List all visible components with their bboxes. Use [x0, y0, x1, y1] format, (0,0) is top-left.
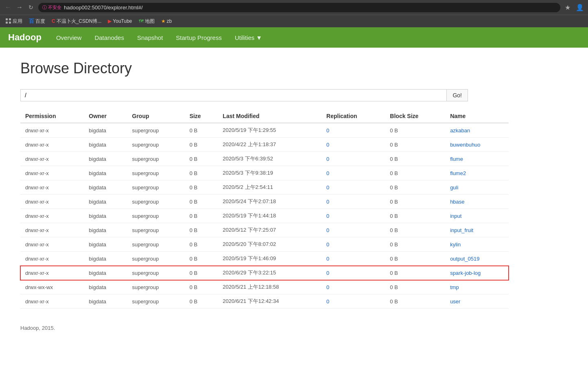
- footer: Hadoop, 2015.: [20, 325, 549, 339]
- bookmark-baidu-label: 百度: [35, 18, 45, 25]
- nav-utilities[interactable]: Utilities ▼: [228, 27, 269, 48]
- bookmark-apps-label: 应用: [13, 18, 22, 25]
- table-row[interactable]: drwxr-xr-xbigdatasupergroup0 B2020/6/29 …: [20, 266, 509, 280]
- table-row[interactable]: drwxr-xr-xbigdatasupergroup0 B2020/5/19 …: [20, 123, 509, 138]
- table-row[interactable]: drwxr-xr-xbigdatasupergroup0 B2020/6/21 …: [20, 294, 509, 309]
- nav-startup-progress[interactable]: Startup Progress: [169, 27, 228, 48]
- col-permission: Permission: [20, 110, 84, 123]
- table-row[interactable]: drwxr-xr-xbigdatasupergroup0 B2020/5/24 …: [20, 195, 509, 209]
- path-input-container: Go!: [20, 89, 468, 101]
- directory-link[interactable]: input_fruit: [450, 227, 473, 233]
- bookmark-zb[interactable]: ★ zb: [159, 18, 175, 25]
- browser-toolbar: ← → ↻ ⓘ 不安全 ★ 👤: [0, 0, 588, 15]
- directory-table: Permission Owner Group Size Last Modifie…: [20, 110, 509, 309]
- go-button[interactable]: Go!: [446, 89, 468, 101]
- address-bar-container: ⓘ 不安全: [38, 3, 560, 12]
- directory-link[interactable]: tmp: [450, 284, 459, 290]
- bookmark-zb-label: zb: [167, 18, 172, 24]
- col-size: Size: [185, 110, 218, 123]
- directory-link[interactable]: user: [450, 298, 460, 305]
- path-input[interactable]: [20, 89, 446, 101]
- directory-link[interactable]: flume: [450, 156, 463, 162]
- bookmarks-bar: 应用 百 百度 C 不温卜火_CSDN博... ▶ YouTube 🗺 地图 ★…: [0, 15, 588, 27]
- directory-link[interactable]: buwenbuhuo: [450, 142, 480, 148]
- brand-link[interactable]: Hadoop: [8, 32, 42, 43]
- table-row[interactable]: drwxr-xr-xbigdatasupergroup0 B2020/5/3 下…: [20, 166, 509, 180]
- nav-snapshot[interactable]: Snapshot: [131, 27, 169, 48]
- col-owner: Owner: [84, 110, 127, 123]
- table-row[interactable]: drwxr-xr-xbigdatasupergroup0 B2020/5/20 …: [20, 237, 509, 252]
- bookmark-youtube[interactable]: ▶ YouTube: [105, 18, 134, 25]
- page-title: Browse Directory: [20, 60, 549, 77]
- bookmark-youtube-label: YouTube: [113, 18, 132, 24]
- table-body: drwxr-xr-xbigdatasupergroup0 B2020/5/19 …: [20, 123, 509, 309]
- youtube-icon: ▶: [108, 18, 111, 24]
- col-modified: Last Modified: [218, 110, 321, 123]
- bookmark-maps[interactable]: 🗺 地图: [136, 17, 157, 26]
- directory-link[interactable]: input: [450, 213, 461, 219]
- apps-icon: [6, 18, 11, 24]
- app-navbar: Hadoop Overview Datanodes Snapshot Start…: [0, 27, 588, 48]
- forward-button[interactable]: →: [15, 2, 24, 12]
- bookmark-star-button[interactable]: ★: [563, 2, 573, 12]
- table-row[interactable]: drwxr-xr-xbigdatasupergroup0 B2020/4/22 …: [20, 138, 509, 152]
- insecure-icon: ⓘ 不安全: [42, 4, 61, 11]
- bookmark-maps-label: 地图: [145, 18, 155, 25]
- col-name: Name: [445, 110, 509, 123]
- table-row[interactable]: drwxr-xr-xbigdatasupergroup0 B2020/5/19 …: [20, 209, 509, 223]
- toolbar-actions: ★ 👤: [563, 2, 585, 12]
- directory-link[interactable]: guli: [450, 184, 458, 191]
- table-row[interactable]: drwxr-xr-xbigdatasupergroup0 B2020/5/12 …: [20, 223, 509, 237]
- csdn-icon: C: [52, 18, 55, 24]
- table-header: Permission Owner Group Size Last Modifie…: [20, 110, 509, 123]
- page-content: Browse Directory Go! Permission Owner Gr…: [0, 48, 570, 351]
- bookmark-csdn[interactable]: C 不温卜火_CSDN博...: [49, 17, 104, 26]
- user-account-button[interactable]: 👤: [575, 2, 585, 12]
- directory-link[interactable]: kylin: [450, 241, 461, 248]
- utilities-label: Utilities: [235, 34, 254, 41]
- directory-link[interactable]: flume2: [450, 170, 466, 176]
- col-replication: Replication: [321, 110, 385, 123]
- nav-overview[interactable]: Overview: [50, 27, 88, 48]
- bookmark-apps[interactable]: 应用: [3, 17, 25, 26]
- table-row[interactable]: drwxr-xr-xbigdatasupergroup0 B2020/5/19 …: [20, 252, 509, 266]
- table-row[interactable]: drwxr-xr-xbigdatasupergroup0 B2020/5/3 下…: [20, 152, 509, 166]
- col-group: Group: [127, 110, 185, 123]
- bookmark-csdn-label: 不温卜火_CSDN博...: [57, 18, 102, 25]
- browser-chrome: ← → ↻ ⓘ 不安全 ★ 👤 应用 百 百度 C 不温卜火_CSDN博...: [0, 0, 588, 27]
- nav-datanodes[interactable]: Datanodes: [88, 27, 131, 48]
- directory-link[interactable]: hbase: [450, 199, 464, 205]
- address-input[interactable]: [64, 4, 556, 11]
- col-block-size: Block Size: [385, 110, 445, 123]
- baidu-icon: 百: [29, 18, 34, 25]
- directory-link[interactable]: spark-job-log: [450, 270, 481, 276]
- table-row[interactable]: drwxr-xr-xbigdatasupergroup0 B2020/5/2 上…: [20, 180, 509, 195]
- maps-icon: 🗺: [139, 18, 144, 24]
- directory-link[interactable]: output_0519: [450, 256, 479, 262]
- nav-buttons: ← → ↻: [3, 2, 36, 12]
- back-button[interactable]: ←: [3, 2, 13, 12]
- directory-link[interactable]: azkaban: [450, 127, 470, 134]
- utilities-chevron-icon: ▼: [256, 34, 262, 41]
- table-row[interactable]: drwx-wx-wxbigdatasupergroup0 B2020/5/21 …: [20, 280, 509, 294]
- reload-button[interactable]: ↻: [26, 2, 36, 12]
- zb-icon: ★: [161, 18, 166, 24]
- bookmark-baidu[interactable]: 百 百度: [26, 17, 48, 26]
